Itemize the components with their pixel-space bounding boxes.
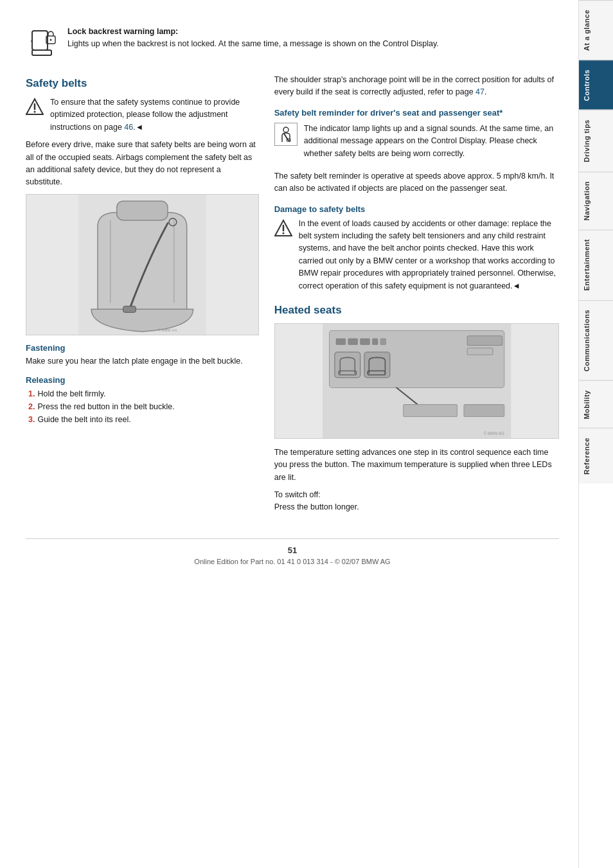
releasing-steps-list: 1.Hold the belt firmly. 2.Press the red … [26, 387, 259, 426]
releasing-step-3: 3.Guide the belt into its reel. [26, 413, 259, 426]
sidebar-tab-at-a-glance[interactable]: At a glance [579, 0, 613, 60]
releasing-step-1: 1.Hold the belt firmly. [26, 387, 259, 400]
safety-belts-body: Before every drive, make sure that safet… [26, 139, 259, 189]
releasing-heading: Releasing [26, 375, 259, 385]
svg-point-13 [283, 127, 289, 132]
svg-rect-21 [348, 339, 358, 344]
shoulder-strap-text: The shoulder strap's anchorage point wil… [274, 74, 559, 99]
safety-reminder-heading: Safety belt reminder for driver's seat a… [274, 108, 559, 118]
sidebar-tab-navigation[interactable]: Navigation [579, 172, 613, 229]
page-link-47[interactable]: 47 [475, 87, 484, 96]
svg-rect-10 [123, 306, 136, 312]
sidebar-tab-communications[interactable]: Communications [579, 300, 613, 380]
svg-text:© BMW AG: © BMW AG [157, 328, 177, 332]
sidebar-tab-controls[interactable]: Controls [579, 60, 613, 110]
safety-belts-warning-text: To ensure that the safety systems contin… [50, 96, 259, 134]
seat-diagram-image: © BMW AG [26, 194, 259, 335]
right-sidebar: At a glance Controls Driving tips Naviga… [578, 0, 613, 868]
lock-section: Lock backrest warning lamp: Lights up wh… [26, 26, 559, 61]
indicator-text: The indicator lamp lights up and a signa… [304, 123, 559, 165]
page-footer: 51 Online Edition for Part no. 01 41 0 0… [26, 538, 559, 565]
lock-icon [26, 26, 61, 61]
svg-text:© BMW AG: © BMW AG [483, 431, 504, 436]
damage-warning-text: In the event of loads caused by accident… [299, 218, 559, 292]
indicator-lamp-block: The indicator lamp lights up and a signa… [274, 123, 559, 165]
safety-reminder-text2: The safety belt reminder is operative at… [274, 170, 559, 195]
svg-rect-24 [380, 339, 386, 344]
damage-warning-icon [274, 219, 294, 238]
main-content: Lock backrest warning lamp: Lights up wh… [0, 0, 578, 868]
releasing-step-2: 2.Press the red button in the belt buckl… [26, 400, 259, 413]
safety-belts-warning: To ensure that the safety systems contin… [26, 96, 259, 134]
svg-point-3 [49, 39, 51, 40]
svg-rect-26 [467, 348, 493, 355]
svg-rect-9 [117, 201, 168, 220]
warning-triangle-icon [26, 98, 45, 117]
left-column: Safety belts To ensure that the safety s… [26, 74, 259, 519]
sidebar-tab-reference[interactable]: Reference [579, 428, 613, 484]
footer-copyright: Online Edition for Part no. 01 41 0 013 … [194, 558, 390, 565]
page-link-46[interactable]: 46 [124, 123, 133, 132]
sidebar-tab-driving-tips[interactable]: Driving tips [579, 110, 613, 172]
sidebar-tab-entertainment[interactable]: Entertainment [579, 229, 613, 299]
heated-text1: The temperature setting advances one ste… [274, 447, 559, 484]
safety-belts-heading: Safety belts [26, 77, 259, 90]
belt-indicator-icon [274, 123, 298, 146]
heated-seats-heading: Heated seats [274, 304, 559, 317]
page-number: 51 [26, 545, 559, 555]
svg-rect-33 [464, 405, 504, 417]
svg-point-7 [34, 111, 36, 113]
svg-rect-20 [336, 339, 346, 344]
svg-rect-32 [403, 405, 457, 417]
right-column: The shoulder strap's anchorage point wil… [274, 74, 559, 519]
svg-rect-23 [372, 339, 377, 344]
lock-description: Lock backrest warning lamp: Lights up wh… [67, 26, 439, 50]
svg-rect-25 [467, 336, 502, 346]
svg-point-17 [282, 232, 284, 234]
svg-rect-0 [32, 31, 48, 50]
svg-rect-1 [32, 50, 51, 55]
fastening-text: Make sure you hear the latch plate engag… [26, 355, 259, 368]
sidebar-tab-mobility[interactable]: Mobility [579, 380, 613, 429]
damage-heading: Damage to safety belts [274, 204, 559, 214]
damage-warning-block: In the event of loads caused by accident… [274, 218, 559, 292]
heated-text2: To switch off:Press the button longer. [274, 489, 559, 514]
svg-rect-22 [360, 339, 369, 344]
heated-seat-controls-image: © BMW AG [274, 323, 559, 439]
two-column-layout: Safety belts To ensure that the safety s… [26, 74, 559, 519]
fastening-heading: Fastening [26, 343, 259, 353]
